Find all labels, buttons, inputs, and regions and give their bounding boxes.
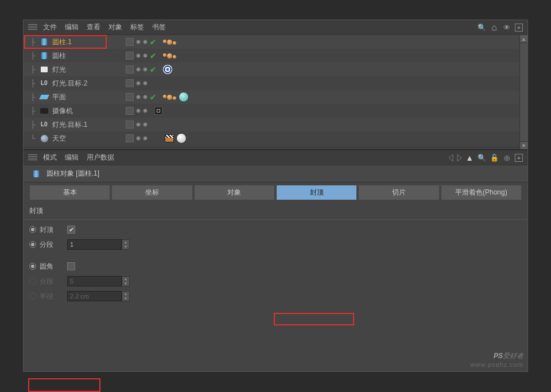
- visibility-render[interactable]: [143, 108, 148, 113]
- visibility-render[interactable]: [143, 53, 148, 58]
- visibility-editor[interactable]: [136, 67, 141, 72]
- search-icon[interactable]: 🔍: [477, 23, 486, 32]
- menu-userdata[interactable]: 用户数据: [87, 153, 114, 162]
- object-name[interactable]: 灯光: [51, 65, 66, 75]
- object-row[interactable]: └ 天空: [24, 131, 519, 145]
- enable-check[interactable]: ✔: [150, 52, 156, 60]
- visibility-editor[interactable]: [136, 40, 141, 44]
- phong-tag-icon[interactable]: [163, 40, 176, 45]
- object-name[interactable]: 天空: [51, 134, 66, 143]
- null-icon: L0: [40, 121, 49, 129]
- enable-check[interactable]: ✔: [150, 65, 156, 74]
- highlight-box: [274, 313, 354, 325]
- layer-toggle[interactable]: [126, 65, 134, 73]
- object-name[interactable]: 圆柱.1: [51, 37, 72, 47]
- menu-edit[interactable]: 编辑: [65, 153, 79, 162]
- scroll-down-icon[interactable]: ▼: [520, 141, 527, 149]
- object-row[interactable]: ├ L0 灯光.目标.1: [24, 118, 519, 131]
- layer-toggle[interactable]: [126, 93, 134, 101]
- radius-spinner: ▲▼: [122, 291, 130, 301]
- visibility-editor[interactable]: [136, 95, 141, 99]
- visibility-render[interactable]: [143, 122, 148, 127]
- visibility-render[interactable]: [143, 136, 148, 141]
- menu-file[interactable]: 文件: [43, 22, 57, 32]
- visibility-render[interactable]: [143, 81, 148, 86]
- object-row[interactable]: ├ L0 灯光.目标.2: [24, 76, 519, 90]
- menu-object[interactable]: 对象: [108, 22, 122, 32]
- visibility-render[interactable]: [143, 40, 148, 44]
- object-name[interactable]: 圆柱: [51, 51, 66, 61]
- layer-toggle[interactable]: [126, 121, 134, 129]
- tab-coord[interactable]: 坐标: [111, 185, 192, 200]
- search-icon[interactable]: 🔍: [477, 153, 486, 162]
- tab-caps[interactable]: 封顶: [276, 185, 357, 200]
- layer-toggle[interactable]: [126, 79, 134, 87]
- object-row[interactable]: ├ 平面 ✔: [24, 90, 519, 104]
- highlight-box: [28, 378, 100, 392]
- menu-mode[interactable]: 模式: [43, 153, 57, 162]
- object-row[interactable]: ├ 圆柱.1 ✔: [24, 35, 519, 49]
- section-title: 封顶: [24, 203, 527, 220]
- properties-panel: 封顶 ✔ 分段 ▲▼ 圆角: [24, 220, 527, 306]
- visibility-render[interactable]: [143, 95, 148, 99]
- lock-icon[interactable]: 🔓: [490, 153, 499, 162]
- scrollbar[interactable]: ▲ ▼: [519, 35, 527, 149]
- material-tag-icon[interactable]: [176, 133, 187, 143]
- visibility-editor[interactable]: [136, 81, 141, 86]
- navigate-up-icon[interactable]: ▲: [465, 153, 474, 162]
- menu-view[interactable]: 查看: [87, 22, 100, 32]
- segments-spinner[interactable]: ▲▼: [122, 239, 130, 250]
- phong-tag-icon[interactable]: [163, 53, 176, 59]
- prop-label-caps: 封顶: [40, 225, 64, 235]
- tab-slice[interactable]: 切片: [358, 185, 439, 200]
- tab-basic[interactable]: 基本: [29, 185, 110, 200]
- tab-phong[interactable]: 平滑着色(Phong): [441, 185, 522, 200]
- compositing-tag-icon[interactable]: [165, 134, 174, 142]
- enable-check[interactable]: ✔: [150, 38, 156, 46]
- fillet-checkbox[interactable]: [67, 262, 75, 270]
- sky-icon: [40, 134, 49, 142]
- layer-toggle[interactable]: [126, 134, 134, 142]
- menu-edit[interactable]: 编辑: [65, 22, 79, 32]
- plane-icon: [40, 93, 49, 101]
- object-row[interactable]: ├ 圆柱 ✔: [24, 49, 519, 63]
- view-icon[interactable]: [28, 153, 37, 162]
- visibility-editor[interactable]: [136, 122, 141, 127]
- target-icon[interactable]: ◎: [502, 153, 511, 162]
- menu-bookmarks[interactable]: 书签: [152, 22, 166, 32]
- layer-toggle[interactable]: [126, 107, 134, 115]
- prop-bullet[interactable]: [29, 226, 36, 233]
- object-name[interactable]: 灯光.目标.1: [51, 120, 87, 130]
- phong-tag-icon[interactable]: [163, 95, 176, 100]
- segments-input[interactable]: [67, 239, 122, 250]
- enable-check[interactable]: ✔: [150, 93, 156, 102]
- add-icon[interactable]: +: [515, 24, 523, 32]
- target-tag-icon[interactable]: [163, 65, 172, 74]
- attribute-tabs: 基本 坐标 对象 封顶 切片 平滑着色(Phong): [29, 185, 522, 200]
- layer-toggle[interactable]: [126, 38, 134, 46]
- object-list: ├ 圆柱.1 ✔: [24, 35, 527, 149]
- visibility-editor[interactable]: [136, 53, 141, 58]
- prop-bullet[interactable]: [29, 263, 36, 270]
- scroll-up-icon[interactable]: ▲: [520, 35, 527, 43]
- protection-tag-icon[interactable]: [154, 107, 162, 115]
- home-icon[interactable]: ⌂: [490, 23, 499, 32]
- object-row[interactable]: ├ 摄像机: [24, 104, 519, 118]
- prop-bullet[interactable]: [29, 241, 36, 248]
- object-name[interactable]: 灯光.目标.2: [51, 79, 87, 88]
- nav-back-forward-icon[interactable]: [448, 154, 462, 162]
- eye-icon[interactable]: 👁: [502, 23, 511, 32]
- add-icon[interactable]: +: [515, 154, 523, 162]
- layer-toggle[interactable]: [126, 52, 134, 60]
- view-icon[interactable]: [28, 23, 37, 32]
- caps-checkbox[interactable]: ✔: [67, 226, 75, 234]
- object-row[interactable]: ├ 灯光 ✔: [24, 63, 519, 76]
- visibility-editor[interactable]: [136, 136, 141, 141]
- object-name[interactable]: 摄像机: [51, 106, 73, 116]
- object-name[interactable]: 平面: [51, 92, 66, 102]
- tab-object[interactable]: 对象: [194, 185, 275, 200]
- material-tag-icon[interactable]: [179, 92, 189, 102]
- visibility-editor[interactable]: [136, 108, 141, 113]
- menu-tags[interactable]: 标签: [130, 22, 144, 32]
- visibility-render[interactable]: [143, 67, 148, 72]
